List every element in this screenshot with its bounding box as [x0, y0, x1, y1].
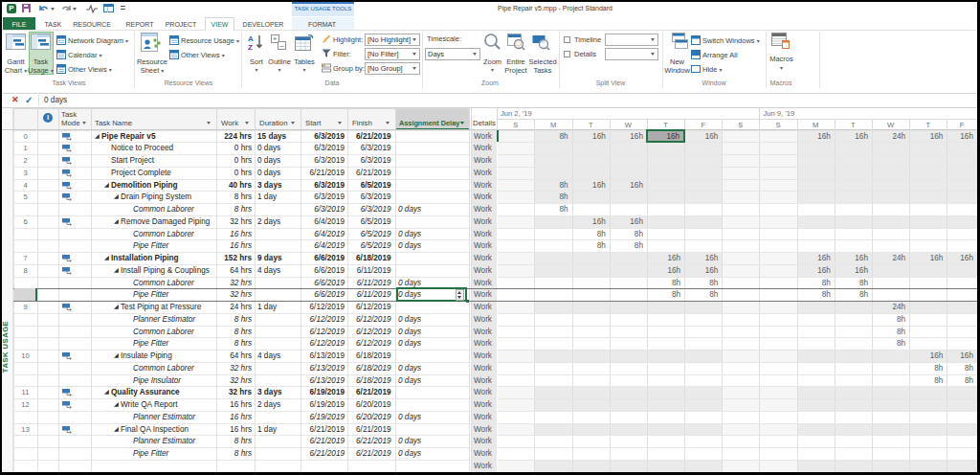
svg-text:A: A [248, 34, 254, 43]
svg-text:–: – [279, 41, 284, 50]
svg-text:Z: Z [248, 43, 253, 52]
svg-text:+: + [273, 34, 278, 43]
